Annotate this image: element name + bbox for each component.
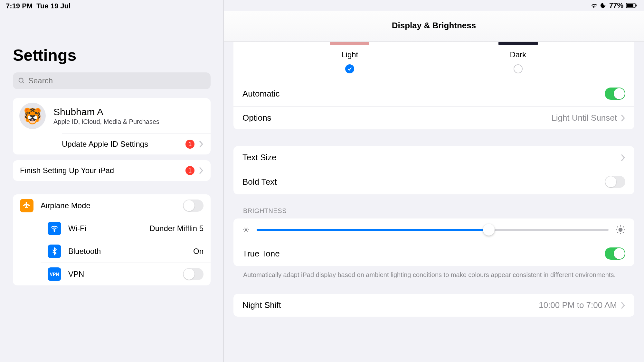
vpn-row[interactable]: VPN VPN	[41, 263, 211, 285]
brightness-card: True Tone	[233, 218, 634, 266]
status-bar: 7:19 PM Tue 19 Jul	[0, 0, 223, 12]
finish-setup-badge: 1	[185, 166, 194, 175]
svg-line-13	[248, 228, 248, 228]
svg-point-2	[54, 230, 55, 231]
brightness-slider[interactable]	[257, 229, 609, 231]
vpn-toggle[interactable]	[183, 268, 204, 280]
true-tone-footnote: Automatically adapt iPad display based o…	[233, 266, 634, 280]
battery-icon	[626, 3, 637, 8]
bold-text-row[interactable]: Bold Text	[233, 169, 634, 194]
airplane-mode-row[interactable]: Airplane Mode	[13, 194, 211, 217]
svg-line-23	[617, 232, 618, 233]
airplane-toggle[interactable]	[183, 200, 204, 212]
true-tone-row[interactable]: True Tone	[233, 241, 634, 266]
svg-line-14	[244, 231, 245, 232]
settings-title: Settings	[0, 12, 223, 72]
svg-line-1	[23, 82, 24, 83]
update-apple-id-row[interactable]: Update Apple ID Settings 1	[62, 134, 211, 154]
svg-line-20	[617, 227, 618, 227]
finish-setup-label: Finish Setting Up Your iPad	[20, 166, 185, 175]
automatic-row[interactable]: Automatic	[233, 81, 634, 106]
bold-text-label: Bold Text	[242, 177, 605, 187]
dark-label: Dark	[510, 50, 526, 59]
battery-percent: 77%	[609, 1, 623, 10]
svg-line-12	[248, 231, 248, 232]
options-value: Light Until Sunset	[551, 113, 617, 123]
night-shift-value: 10:00 PM to 7:00 AM	[539, 300, 617, 310]
vpn-icon: VPN	[48, 267, 61, 281]
text-size-label: Text Size	[242, 153, 621, 162]
svg-line-11	[244, 228, 245, 228]
night-shift-card: Night Shift 10:00 PM to 7:00 AM	[233, 294, 634, 317]
search-input[interactable]	[28, 76, 205, 85]
profile-subtitle: Apple ID, iCloud, Media & Purchases	[53, 118, 159, 125]
wifi-value: Dunder Mifflin 5	[149, 224, 204, 233]
chevron-right-icon	[621, 115, 625, 122]
connectivity-card: Airplane Mode Wi-Fi Dunder Mifflin 5 Blu…	[13, 194, 211, 285]
wifi-row[interactable]: Wi-Fi Dunder Mifflin 5	[41, 217, 211, 240]
vpn-label: VPN	[68, 270, 183, 279]
brightness-slider-knob[interactable]	[483, 224, 495, 236]
bluetooth-icon	[48, 245, 61, 258]
sun-small-icon	[242, 226, 250, 233]
finish-setup-row[interactable]: Finish Setting Up Your iPad 1	[13, 160, 211, 181]
appearance-light[interactable]: Light	[330, 42, 369, 73]
light-radio[interactable]	[345, 64, 354, 73]
finish-setup-card: Finish Setting Up Your iPad 1	[13, 160, 211, 181]
brightness-slider-row	[233, 218, 634, 241]
airplane-label: Airplane Mode	[41, 201, 183, 210]
svg-line-21	[623, 232, 624, 233]
light-preview-thumb	[330, 42, 369, 45]
status-date: Tue 19 Jul	[36, 2, 71, 10]
light-label: Light	[341, 50, 358, 59]
options-label: Options	[242, 113, 551, 123]
search-icon	[18, 77, 25, 84]
profile-card: 🐯 Shubham A Apple ID, iCloud, Media & Pu…	[13, 98, 211, 154]
chevron-right-icon	[621, 302, 625, 309]
settings-sidebar: 7:19 PM Tue 19 Jul Settings 🐯 Shubham A …	[0, 0, 224, 362]
svg-point-6	[245, 228, 247, 231]
svg-rect-5	[636, 5, 637, 6]
status-bar-right: 77%	[224, 0, 644, 11]
do-not-disturb-icon	[600, 2, 607, 9]
chevron-right-icon	[199, 141, 204, 148]
dark-radio[interactable]	[514, 64, 523, 73]
text-card: Text Size Bold Text	[233, 146, 634, 194]
automatic-toggle[interactable]	[605, 88, 625, 100]
night-shift-row[interactable]: Night Shift 10:00 PM to 7:00 AM	[233, 294, 634, 317]
chevron-right-icon	[199, 167, 204, 174]
text-size-row[interactable]: Text Size	[233, 146, 634, 169]
svg-point-15	[619, 228, 623, 232]
avatar: 🐯	[19, 103, 46, 129]
wifi-status-icon	[590, 3, 598, 8]
update-apple-id-label: Update Apple ID Settings	[62, 140, 185, 149]
main-panel: 77% Display & Brightness Light Dark	[224, 0, 644, 362]
bold-text-toggle[interactable]	[605, 176, 625, 188]
wifi-label: Wi-Fi	[68, 224, 149, 233]
true-tone-label: True Tone	[242, 249, 605, 259]
appearance-dark[interactable]: Dark	[498, 42, 538, 73]
options-row[interactable]: Options Light Until Sunset	[233, 106, 634, 129]
bluetooth-row[interactable]: Bluetooth On	[41, 240, 211, 263]
bluetooth-value: On	[193, 247, 204, 256]
dark-preview-thumb	[498, 42, 538, 45]
wifi-icon	[48, 222, 61, 235]
automatic-label: Automatic	[242, 89, 605, 99]
status-time: 7:19 PM	[6, 2, 33, 10]
airplane-icon	[20, 199, 33, 212]
appearance-card: Light Dark Automatic Options Light Until…	[233, 42, 634, 129]
chevron-right-icon	[621, 154, 625, 161]
page-title: Display & Brightness	[224, 11, 644, 42]
svg-line-22	[623, 227, 624, 227]
brightness-header: BRIGHTNESS	[233, 194, 634, 218]
profile-name: Shubham A	[53, 107, 159, 117]
bluetooth-label: Bluetooth	[68, 247, 193, 256]
sun-large-icon	[616, 225, 625, 235]
svg-point-0	[19, 78, 23, 82]
search-box[interactable]	[13, 72, 211, 89]
svg-rect-4	[627, 4, 633, 7]
profile-row[interactable]: 🐯 Shubham A Apple ID, iCloud, Media & Pu…	[13, 98, 211, 134]
true-tone-toggle[interactable]	[605, 247, 625, 260]
night-shift-label: Night Shift	[242, 300, 539, 310]
update-apple-id-badge: 1	[185, 140, 194, 149]
